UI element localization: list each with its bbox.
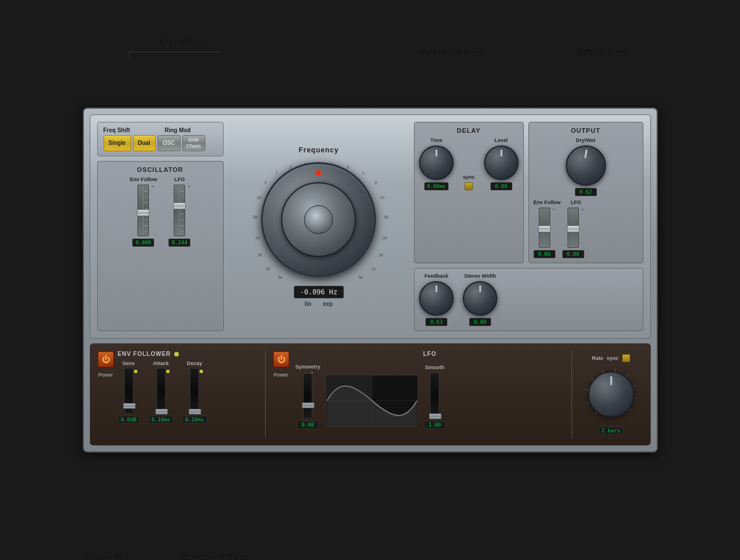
env-power-label: Power <box>98 372 113 378</box>
smooth-slider[interactable] <box>430 373 439 419</box>
attack-slider[interactable] <box>156 368 166 414</box>
lfo-power-button[interactable]: ⏻ <box>273 351 290 368</box>
lfo-osc-thumb[interactable] <box>173 202 186 209</box>
lfo-title: LFO <box>296 351 565 357</box>
mode-button-annotation: モードボタン <box>158 37 202 47</box>
delay-time-value: 0.00ms <box>424 182 449 190</box>
delay-time-knob[interactable] <box>419 145 454 180</box>
lin-button[interactable]: lin <box>305 301 312 307</box>
rate-value: 2 bars <box>599 427 623 435</box>
symmetry-thumb[interactable] <box>302 402 315 408</box>
attack-label: Attack <box>153 360 169 366</box>
output-env-thumb[interactable] <box>538 225 551 232</box>
output-title: OUTPUT <box>534 127 638 134</box>
lfo-slider-track[interactable]: + <box>174 185 185 236</box>
decay-slider-group: Decay 0.10ms <box>182 360 207 424</box>
lfo-waveform-display <box>326 375 418 429</box>
output-lfo-value: 0.00 <box>562 250 584 258</box>
env-follow-slider-track[interactable]: + <box>137 185 149 236</box>
delay-level-knob[interactable] <box>484 145 519 180</box>
plugin-body: Freq Shift Ring Mod Single Dual OSC Side… <box>83 108 658 452</box>
frequency-knob-area: Frequency 0 .1 .1 .3 .3 1 1 <box>231 122 407 331</box>
oscillator-panel: OSCILLATOR Env Follow + <box>97 161 224 331</box>
side-chain-button[interactable]: SideChain <box>182 135 205 151</box>
smooth-label: Smooth <box>425 365 444 370</box>
stereo-width-knob[interactable] <box>463 281 497 316</box>
delay-time-label: Time <box>431 137 443 143</box>
delay-sync-label: sync <box>463 174 475 180</box>
feedback-stereo-panel: Feedback 0.63 Stereo Width 0.80 <box>414 268 643 331</box>
sens-value: 0.0dB <box>118 416 140 424</box>
delay-panel: DELAY Time 0.00ms sync <box>414 122 524 263</box>
sens-label: Sens <box>122 360 135 366</box>
delay-output-column: DELAY Time 0.00ms sync <box>414 122 643 331</box>
divider2 <box>572 351 572 438</box>
symmetry-label: Symmetry <box>296 364 321 370</box>
feedback-group: Feedback 0.63 <box>419 273 454 326</box>
exp-button[interactable]: exp <box>323 301 332 307</box>
decay-thumb[interactable] <box>189 409 201 415</box>
env-power-button[interactable]: ⏻ <box>97 351 114 368</box>
frequency-label: Frequency <box>298 146 339 154</box>
env-follow-thumb[interactable] <box>137 209 149 216</box>
sens-slider[interactable] <box>124 368 133 414</box>
svg-line-4 <box>586 402 589 404</box>
output-param-annotation: 出力パラメータ <box>577 48 629 56</box>
sens-slider-group: Sens 0.0dB <box>118 360 140 424</box>
freq-shift-header: Freq Shift <box>103 127 131 133</box>
env-follow-annotation: エンベロープフォロワーパラメータ <box>181 553 248 560</box>
osc-button[interactable]: OSC <box>158 135 181 151</box>
rate-label: Rate <box>592 355 603 361</box>
delay-level-label: Level <box>494 137 508 143</box>
stereo-width-value: 0.80 <box>469 318 491 326</box>
dry-wet-label: Dry/Wet <box>576 137 596 143</box>
decay-label: Decay <box>187 360 202 366</box>
delay-sync-button[interactable] <box>465 182 473 190</box>
feedback-label: Feedback <box>424 273 448 279</box>
rate-sync-button[interactable] <box>622 354 630 362</box>
single-button[interactable]: Single <box>103 135 131 151</box>
dry-wet-knob[interactable] <box>566 145 606 186</box>
output-lfo-slider[interactable]: + <box>568 208 579 248</box>
symmetry-group: Symmetry + 0.00 <box>296 364 321 429</box>
rate-section: Rate sync <box>579 351 643 438</box>
decay-value: 0.10ms <box>182 416 207 424</box>
bottom-section: ⏻ Power ENV FOLLOWER Sens <box>90 343 651 446</box>
output-panel: OUTPUT Dry/Wet 0.62 Env Follow LFO <box>528 122 643 263</box>
output-lfo-thumb[interactable] <box>567 225 580 232</box>
dual-button[interactable]: Dual <box>133 135 156 151</box>
symmetry-slider[interactable] <box>303 373 312 419</box>
output-env-slider[interactable]: + <box>539 208 550 248</box>
lfo-slider-group: LFO + <box>168 177 190 247</box>
env-follow-value: 0.000 <box>132 239 154 247</box>
sens-thumb[interactable] <box>123 403 136 409</box>
smooth-thumb[interactable] <box>429 413 442 419</box>
lfo-osc-value: 0.244 <box>168 239 190 247</box>
delay-level-value: 0.00 <box>490 182 512 190</box>
decay-slider[interactable] <box>190 368 199 414</box>
rate-knob[interactable] <box>588 371 634 417</box>
svg-line-12 <box>628 409 631 411</box>
osc-param-annotation: オシレータパラメータ <box>83 553 128 560</box>
feedback-knob[interactable] <box>419 281 454 316</box>
smooth-value: 1.00 <box>424 421 446 429</box>
rate-sync-label: sync <box>607 355 619 361</box>
attack-thumb[interactable] <box>155 409 168 415</box>
feedback-value: 0.63 <box>425 318 447 326</box>
delay-param-annotation: ディレイパラメータ <box>418 48 485 56</box>
lfo-label: LFO <box>174 177 185 182</box>
dry-wet-value: 0.62 <box>575 188 597 196</box>
top-section: Freq Shift Ring Mod Single Dual OSC Side… <box>90 114 651 339</box>
env-follower-panel: ⏻ Power ENV FOLLOWER Sens <box>97 351 258 438</box>
attack-slider-group: Attack 0.10ms <box>149 360 174 424</box>
delay-time-group: Time 0.00ms <box>419 137 454 190</box>
divider <box>265 351 266 438</box>
output-lfo-label: LFO <box>571 200 581 205</box>
env-follow-label: Env Follow <box>130 177 158 182</box>
frequency-value: -0.096 Hz <box>294 286 344 298</box>
env-dot <box>174 352 179 356</box>
left-panel: Freq Shift Ring Mod Single Dual OSC Side… <box>97 122 224 331</box>
frequency-knob[interactable] <box>261 162 376 277</box>
output-env-follow-label: Env Follow <box>534 200 561 205</box>
env-follow-slider-group: Env Follow + <box>130 177 158 247</box>
